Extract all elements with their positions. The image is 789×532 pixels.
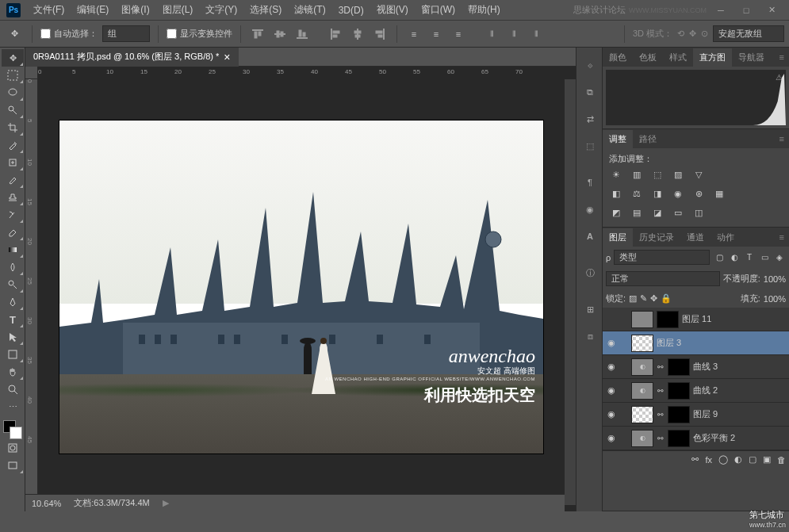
mask-icon[interactable]: ◯ <box>718 454 728 465</box>
layers-list[interactable]: 图层 11◉图层 3◉◐⚯曲线 3◉◐⚯曲线 2◉⚯图层 9◉◐⚯色彩平衡 2 <box>603 308 789 450</box>
adj-brightness-icon[interactable]: ☀ <box>609 168 623 181</box>
dock-cc-icon[interactable]: ◉ <box>579 198 601 220</box>
filter-adj-icon[interactable]: ◐ <box>728 252 741 263</box>
tab-style[interactable]: 样式 <box>663 48 693 67</box>
ruler-vertical[interactable]: 051015202530354045 <box>25 79 38 494</box>
dock-layers2-icon[interactable]: ⧈ <box>579 325 601 347</box>
canvas[interactable]: anwenchao 安文超 高端修图 AN WENCHAO HIGH-END G… <box>59 121 543 454</box>
auto-select-check[interactable]: 自动选择： <box>40 28 98 40</box>
dock-char-icon[interactable]: A <box>579 225 601 247</box>
layer-row[interactable]: ◉图层 3 <box>603 331 789 355</box>
layer-thumb[interactable]: ◐ <box>631 430 653 447</box>
scrollbar-horizontal[interactable] <box>565 494 576 505</box>
dodge-tool[interactable] <box>2 276 24 293</box>
layer-row[interactable]: ◉◐⚯曲线 3 <box>603 355 789 379</box>
dist-top-icon[interactable]: ≡ <box>405 25 423 43</box>
screen-mode[interactable] <box>2 457 24 474</box>
adj-lut-icon[interactable]: ▦ <box>712 187 726 200</box>
dist-bot-icon[interactable]: ≡ <box>450 25 467 43</box>
menu-select[interactable]: 选择(S) <box>243 0 288 20</box>
zoom3d-icon[interactable]: ⊙ <box>701 29 708 39</box>
layer-thumb[interactable]: ◐ <box>631 382 653 400</box>
link-layers-icon[interactable]: ⚯ <box>691 454 699 465</box>
adj-balance-icon[interactable]: ⚖ <box>630 187 644 200</box>
quick-select-tool[interactable] <box>2 101 24 119</box>
adj-bw-icon[interactable]: ◨ <box>650 187 665 200</box>
filter-shape-icon[interactable]: ▭ <box>758 252 771 263</box>
auto-select-mode[interactable]: 组 <box>102 25 150 42</box>
adj-gradmap-icon[interactable]: ▭ <box>671 206 685 219</box>
visibility-icon[interactable]: ◉ <box>606 362 617 372</box>
tab-swatch[interactable]: 色板 <box>633 48 663 67</box>
adj-menu-icon[interactable]: ≡ <box>775 134 789 144</box>
ruler-origin[interactable] <box>25 67 38 79</box>
close-button[interactable]: ✕ <box>760 2 783 18</box>
move-tool[interactable]: ✥ <box>2 49 24 67</box>
blur-tool[interactable] <box>2 258 24 276</box>
dist-vc-icon[interactable]: ≡ <box>427 25 445 43</box>
layer-mask-thumb[interactable] <box>668 406 690 423</box>
quick-mask[interactable] <box>2 439 24 457</box>
menu-filter[interactable]: 滤镜(T) <box>288 0 331 20</box>
lock-paint-icon[interactable]: ✎ <box>640 293 647 304</box>
layer-filter-select[interactable]: 类型 <box>614 250 710 265</box>
blend-mode-select[interactable]: 正常 <box>606 271 720 286</box>
adj-poster-icon[interactable]: ▤ <box>630 206 644 219</box>
type-tool[interactable]: T <box>2 311 24 328</box>
marquee-tool[interactable] <box>2 67 24 84</box>
visibility-icon[interactable]: ◉ <box>606 338 617 348</box>
align-top-icon[interactable] <box>249 25 266 43</box>
layer-thumb[interactable] <box>631 311 653 328</box>
filter-smart-icon[interactable]: ◈ <box>773 252 786 263</box>
layer-mask-thumb[interactable] <box>668 358 690 376</box>
tab-close-icon[interactable]: × <box>224 51 230 63</box>
tab-histogram[interactable]: 直方图 <box>693 48 732 67</box>
maximize-button[interactable]: □ <box>735 2 757 18</box>
minimize-button[interactable]: ─ <box>710 2 732 18</box>
adj-levels-icon[interactable]: ▥ <box>630 168 644 181</box>
adjustment-layer-icon[interactable]: ◐ <box>734 454 742 465</box>
adj-exposure-icon[interactable]: ▨ <box>671 168 685 181</box>
visibility-icon[interactable]: ◉ <box>606 409 617 419</box>
move-tool-icon[interactable]: ✥ <box>5 25 24 44</box>
3d-select[interactable]: 安超无敌组 <box>713 25 784 42</box>
layer-row[interactable]: ◉⚯图层 9 <box>603 403 789 427</box>
panel-menu-icon[interactable]: ≡ <box>775 52 789 62</box>
eraser-tool[interactable] <box>2 224 24 241</box>
path-select-tool[interactable] <box>2 328 24 346</box>
tab-color[interactable]: 颜色 <box>603 48 633 67</box>
dist-right-icon[interactable]: ⦀ <box>527 25 545 43</box>
align-right-icon[interactable] <box>371 25 389 43</box>
tab-paths[interactable]: 路径 <box>633 130 663 148</box>
menu-file[interactable]: 文件(F) <box>27 0 71 20</box>
menu-type[interactable]: 文字(Y) <box>199 0 243 20</box>
visibility-icon[interactable]: ◉ <box>606 433 617 443</box>
adj-mixer-icon[interactable]: ⊛ <box>691 187 706 200</box>
tab-layers[interactable]: 图层 <box>603 228 633 247</box>
tab-navigator[interactable]: 导航器 <box>732 48 771 67</box>
pan-icon[interactable]: ✥ <box>689 29 696 39</box>
shape-tool[interactable] <box>2 346 24 363</box>
tab-adjustments[interactable]: 调整 <box>603 130 633 148</box>
gradient-tool[interactable] <box>2 241 24 258</box>
lasso-tool[interactable] <box>2 84 24 101</box>
dock-props-icon[interactable]: ⊞ <box>579 298 601 320</box>
menu-view[interactable]: 视图(V) <box>370 0 415 20</box>
scrollbar-vertical[interactable] <box>565 79 576 494</box>
healing-tool[interactable] <box>2 154 24 171</box>
history-brush-tool[interactable] <box>2 206 24 224</box>
dist-hc-icon[interactable]: ⦀ <box>505 25 523 43</box>
group-icon[interactable]: ▢ <box>749 454 756 465</box>
edit-toolbar[interactable]: ⋯ <box>2 398 24 415</box>
layer-name[interactable]: 色彩平衡 2 <box>693 432 735 444</box>
filter-pixel-icon[interactable]: ▢ <box>713 252 726 263</box>
hand-tool[interactable] <box>2 363 24 381</box>
adj-photo-icon[interactable]: ◉ <box>671 187 685 200</box>
dock-presets-icon[interactable]: ⇄ <box>579 108 601 130</box>
layer-row[interactable]: 图层 11 <box>603 308 789 331</box>
adj-invert-icon[interactable]: ◩ <box>609 206 623 219</box>
layer-mask-thumb[interactable] <box>657 311 679 328</box>
bg-color[interactable] <box>10 427 22 439</box>
crop-tool[interactable] <box>2 119 24 136</box>
layer-thumb[interactable]: ◐ <box>631 358 653 376</box>
